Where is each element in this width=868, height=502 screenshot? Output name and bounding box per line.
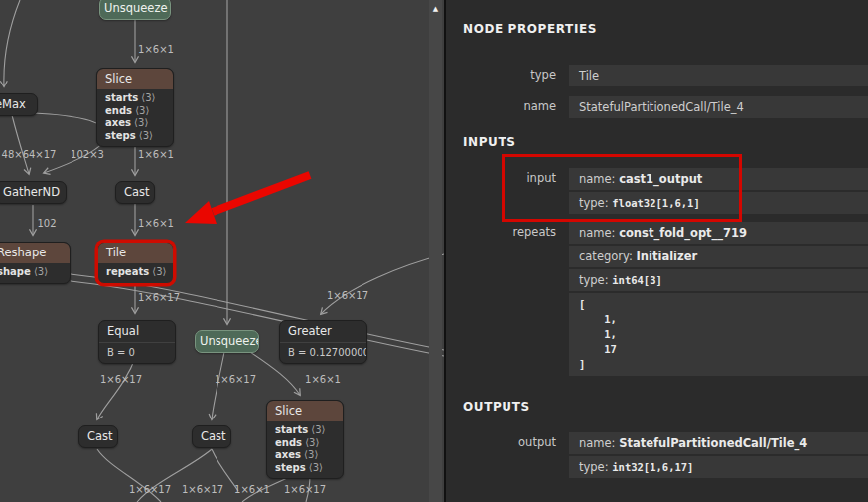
repeats-type-value[interactable]: type: int64[3] (569, 269, 868, 291)
panel-divider (444, 0, 446, 502)
node-attribute-shape: shape ⟨3⟩ (0, 266, 62, 279)
edge-shape-label-3: 1×6×1 (138, 149, 174, 160)
type-row: type Tile (463, 65, 868, 88)
repeats-category-key: category: (579, 250, 637, 263)
graph-node-layer: UnsqueezeSlicestarts ⟨3⟩ends ⟨3⟩axes ⟨3⟩… (0, 0, 444, 502)
graph-node-reduce-max[interactable]: eMax (0, 93, 38, 116)
node-properties-heading: NODE PROPERTIES (463, 22, 868, 36)
node-attribute-line: B = 0 (107, 346, 167, 359)
graph-node-slice-1[interactable]: Slicestarts ⟨3⟩ends ⟨3⟩axes ⟨3⟩steps ⟨3⟩ (96, 68, 174, 147)
edge-shape-label-12: 1×6×17 (182, 484, 223, 495)
repeats-label: repeats (463, 222, 556, 239)
output-name-key: name: (579, 436, 619, 450)
graph-canvas[interactable]: UnsqueezeSlicestarts ⟨3⟩ends ⟨3⟩axes ⟨3⟩… (0, 0, 444, 502)
graph-node-equal[interactable]: EqualB = 0 (98, 320, 176, 364)
node-attributes: shape ⟨3⟩ (0, 263, 70, 283)
graph-node-gather-nd[interactable]: GatherND (0, 181, 67, 204)
node-title: Equal (99, 321, 175, 342)
node-attribute-repeats: repeats ⟨3⟩ (106, 266, 165, 279)
node-title: Tile (98, 243, 173, 263)
name-row: name StatefulPartitionedCall/Tile_4 (463, 96, 868, 120)
node-title: Cast (193, 426, 230, 447)
edge-shape-label-9: 1×6×17 (215, 374, 256, 385)
node-properties-panel: NODE PROPERTIES type Tile name StatefulP… (446, 0, 868, 502)
input-name-value[interactable]: name: cast1_output (569, 168, 868, 190)
input-type: float32[1,6,1] (612, 197, 700, 209)
node-title: Cast (79, 426, 117, 447)
inputs-heading: INPUTS (463, 135, 868, 149)
edge-shape-label-13: 1×6×1 (234, 484, 270, 495)
name-value[interactable]: StatefulPartitionedCall/Tile_4 (569, 96, 868, 118)
graph-node-cast-3[interactable]: Cast (192, 425, 231, 448)
node-attributes: starts ⟨3⟩ends ⟨3⟩axes ⟨3⟩steps ⟨3⟩ (97, 89, 173, 146)
node-title: Slice (97, 69, 173, 89)
node-attribute-steps: steps ⟨3⟩ (105, 130, 165, 143)
graph-node-tile[interactable]: Tilerepeats ⟨3⟩ (97, 242, 174, 284)
edge-shape-label-6: 1×6×17 (138, 292, 180, 303)
repeats-name-key: name: (579, 226, 619, 240)
type-value[interactable]: Tile (569, 65, 868, 86)
node-attribute-line: B = 0.12700000… (288, 346, 359, 359)
output-label: output (463, 432, 556, 449)
output-type-value[interactable]: type: int32[1,6,17] (569, 456, 868, 478)
graph-node-unsqueeze-top[interactable]: Unsqueeze (99, 0, 171, 20)
repeats-category: Initializer (637, 250, 698, 263)
graph-node-unsqueeze-mid[interactable]: Unsqueeze (195, 330, 259, 353)
node-attributes: B = 0 (99, 342, 175, 363)
graph-node-reshape[interactable]: Reshapeshape ⟨3⟩ (0, 242, 71, 284)
input-type-key: type: (579, 196, 612, 210)
output-name-value[interactable]: name: StatefulPartitionedCall/Tile_4 (569, 432, 868, 454)
edge-shape-label-5: 1×6×1 (138, 218, 174, 229)
node-title: eMax (0, 94, 37, 115)
edge-shape-label-1: 48×64×17 (2, 149, 57, 160)
edge-shape-label-14: 1×6×17 (284, 484, 326, 495)
edge-shape-label-4: 102 (37, 218, 56, 229)
node-attribute-ends: ends ⟨3⟩ (275, 437, 335, 450)
edge-shape-label-11: 1×6×17 (129, 484, 171, 495)
node-title: Unsqueeze (196, 331, 258, 352)
output-type-key: type: (579, 460, 612, 474)
repeats-category-value[interactable]: category: Initializer (569, 246, 868, 267)
output-name: StatefulPartitionedCall/Tile_4 (619, 436, 807, 450)
node-title: Unsqueeze (100, 0, 170, 19)
graph-node-slice-2[interactable]: Slicestarts ⟨3⟩ends ⟨3⟩axes ⟨3⟩steps ⟨3⟩ (266, 400, 344, 479)
node-attribute-axes: axes ⟨3⟩ (275, 449, 335, 462)
repeats-type-key: type: (579, 273, 612, 287)
edge-shape-label-10: 1×6×1 (305, 374, 341, 385)
edge-shape-label-2: 102×3 (71, 149, 104, 160)
graph-scrollbar[interactable]: ▲ (429, 0, 442, 502)
scroll-up-icon[interactable]: ▲ (429, 3, 442, 15)
outputs-heading: OUTPUTS (463, 400, 868, 414)
node-attribute-starts: starts ⟨3⟩ (105, 92, 165, 105)
repeats-type: int64[3] (612, 274, 662, 286)
graph-node-cast-2[interactable]: Cast (78, 425, 118, 448)
graph-node-cast-1[interactable]: Cast (115, 181, 155, 204)
node-title: Cast (116, 182, 154, 203)
name-label: name (463, 96, 556, 113)
node-attributes: starts ⟨3⟩ends ⟨3⟩axes ⟨3⟩steps ⟨3⟩ (267, 421, 343, 478)
edge-shape-label-0: 1×6×1 (138, 44, 174, 55)
input-row: input name: cast1_output type: float32[1… (463, 168, 868, 216)
node-title: Slice (267, 401, 343, 421)
edge-shape-label-7: 1×6×17 (327, 290, 368, 301)
repeats-tensor-value[interactable]: [ 1, 1, 17 ] (569, 293, 868, 376)
node-attributes: repeats ⟨3⟩ (98, 263, 173, 283)
node-attribute-axes: axes ⟨3⟩ (105, 117, 165, 130)
node-title: Greater (280, 321, 366, 342)
repeats-name-value[interactable]: name: const_fold_opt__719 (569, 222, 868, 244)
node-attribute-ends: ends ⟨3⟩ (105, 105, 165, 118)
graph-node-greater[interactable]: GreaterB = 0.12700000… (279, 320, 367, 364)
output-row: output name: StatefulPartitionedCall/Til… (463, 432, 868, 480)
input-type-value[interactable]: type: float32[1,6,1] (569, 192, 868, 214)
edge-shape-label-8: 1×6×17 (100, 374, 142, 385)
input-name: cast1_output (619, 172, 702, 186)
repeats-name: const_fold_opt__719 (619, 226, 747, 240)
input-name-key: name: (579, 172, 619, 186)
node-attribute-steps: steps ⟨3⟩ (275, 462, 335, 475)
node-attribute-starts: starts ⟨3⟩ (275, 424, 335, 437)
type-label: type (463, 65, 556, 82)
output-type: int32[1,6,17] (612, 461, 693, 473)
model-viewer-window: UnsqueezeSlicestarts ⟨3⟩ends ⟨3⟩axes ⟨3⟩… (0, 0, 868, 502)
node-title: GatherND (0, 182, 66, 203)
input-label: input (463, 168, 556, 185)
